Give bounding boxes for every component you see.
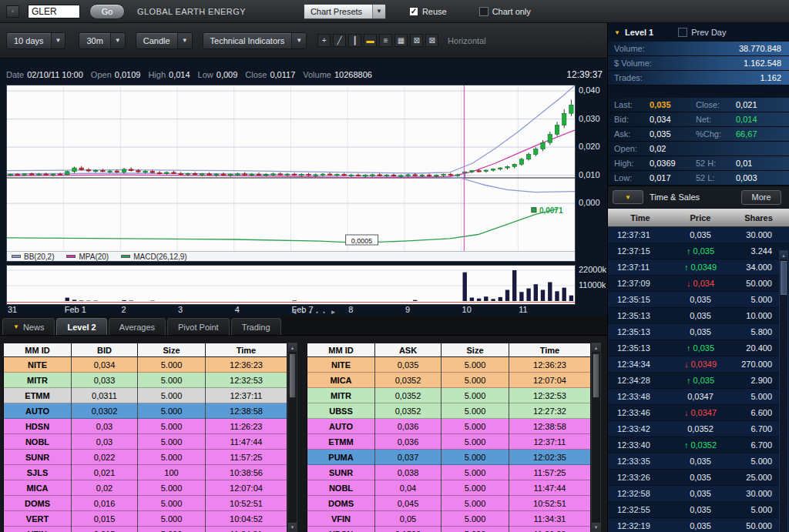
table-row[interactable]: AUTO0,0365.00012:38:58 bbox=[307, 419, 591, 434]
scroll-up-icon[interactable]: ▲ bbox=[592, 343, 600, 353]
table-row[interactable]: AUTO0,03025.00012:38:58 bbox=[4, 403, 287, 419]
table-row[interactable]: SJLS0,02110010:38:56 bbox=[4, 465, 287, 480]
table-row[interactable]: MITR0,0335.00012:32:53 bbox=[4, 373, 287, 388]
grid-tool-icon[interactable]: ▦ bbox=[394, 34, 408, 47]
time-sales-row[interactable]: 12:35:13↑ 0,03520.400 bbox=[608, 340, 789, 356]
time-sales-row[interactable]: 12:32:580,03530.000 bbox=[608, 486, 789, 502]
time-sales-row[interactable]: 12:33:260,03525.000 bbox=[608, 470, 789, 486]
bid-scrollbar[interactable]: ▲ ▼ bbox=[287, 343, 297, 532]
mm-id-cell: DOMS bbox=[307, 496, 375, 511]
price-plot[interactable]: 0,00710,0005 BB(20,2)MPA(20)MACD(26,12,9… bbox=[6, 85, 576, 262]
erase-tool-icon[interactable]: ⊠ bbox=[410, 34, 423, 47]
table-row[interactable]: NOBL0,035.00011:47:44 bbox=[4, 434, 287, 450]
ask-scrollbar[interactable]: ▲ ▼ bbox=[591, 343, 601, 532]
volume-plot[interactable] bbox=[6, 265, 576, 305]
chart-column: 10 days ▼ 30m ▼ Candle ▼ Technical Indic… bbox=[0, 23, 607, 532]
tab-news[interactable]: ▼News bbox=[2, 318, 55, 335]
price-cell: 0,04 bbox=[375, 480, 442, 496]
tab-level-2[interactable]: Level 2 bbox=[56, 318, 106, 335]
time-sales-row[interactable]: 12:37:310,03530.000 bbox=[608, 227, 789, 243]
time-axis-tick: 11 bbox=[519, 305, 527, 314]
tab-pivot-point[interactable]: Pivot Point bbox=[167, 318, 230, 335]
table-row[interactable]: VERT0,0155.00010:04:52 bbox=[4, 511, 287, 527]
time-sales-scrollbar[interactable]: ▲ bbox=[779, 250, 788, 532]
time-sales-dropdown-button[interactable]: ▼ bbox=[613, 190, 643, 204]
time-sales-row[interactable]: 12:37:15↑ 0,0353.244 bbox=[608, 243, 789, 259]
tab-averages[interactable]: Averages bbox=[109, 318, 166, 335]
column-header: BID bbox=[72, 343, 138, 357]
quote-label: Close: bbox=[696, 100, 736, 109]
scroll-down-icon[interactable]: ▼ bbox=[592, 522, 600, 531]
chevron-down-icon: ▼ bbox=[177, 33, 192, 49]
table-row[interactable]: VFIN0,055.00011:34:31 bbox=[307, 511, 591, 527]
time-sales-row[interactable]: 12:37:09↓ 0,03450.000 bbox=[608, 276, 789, 292]
horizontal-line-tool-icon[interactable]: ▬ bbox=[364, 34, 377, 47]
table-row[interactable]: NOBL0,045.00011:47:44 bbox=[307, 480, 591, 496]
time-sales-row[interactable]: 12:34:34↓ 0,0349270.000 bbox=[608, 356, 789, 373]
time-sales-row[interactable]: 12:35:130,03510.000 bbox=[608, 308, 789, 324]
table-row[interactable]: HDSN0,035.00011:26:23 bbox=[4, 419, 287, 434]
time-cell: 11:34:31 bbox=[206, 527, 287, 532]
scrollbar-thumb[interactable] bbox=[289, 353, 296, 398]
symbol-input[interactable] bbox=[28, 5, 80, 18]
window-icon[interactable]: ▫ bbox=[6, 5, 19, 18]
table-row[interactable]: DOMS0,0455.00010:52:51 bbox=[307, 496, 591, 511]
chart-presets-select[interactable]: Chart Presets ▼ bbox=[304, 4, 386, 19]
vertical-line-tool-icon[interactable]: ┃ bbox=[348, 34, 361, 47]
table-row[interactable]: VFIN0,0155.00011:34:31 bbox=[4, 527, 287, 532]
table-row[interactable]: ETMM0,03115.00012:37:11 bbox=[4, 388, 287, 403]
table-row[interactable]: HDSN0,15095.00011:26:23 bbox=[307, 527, 591, 532]
time-sales-row[interactable]: 12:32:190,03550.000 bbox=[608, 518, 789, 532]
prev-day-checkbox[interactable]: Prev Day bbox=[678, 28, 726, 37]
chart-type-select[interactable]: Candle ▼ bbox=[136, 32, 193, 49]
trend-line-tool-icon[interactable]: ╱ bbox=[333, 34, 346, 47]
price-cell: 0,03 bbox=[72, 419, 138, 434]
time-sales-row[interactable]: 12:33:40↑ 0,03526.700 bbox=[608, 437, 789, 453]
erase-all-tool-icon[interactable]: ⊠ bbox=[425, 34, 438, 47]
scrollbar-thumb[interactable] bbox=[593, 353, 599, 398]
table-row[interactable]: MITR0,03525.00012:32:53 bbox=[307, 388, 591, 403]
time-sales-row[interactable]: 12:37:11↑ 0,034934.000 bbox=[608, 259, 789, 276]
time-sales-row[interactable]: 12:35:150,0355.000 bbox=[608, 292, 789, 308]
time-sales-row[interactable]: 12:32:550,0355.000 bbox=[608, 502, 789, 518]
level1-dropdown-icon[interactable]: ▼ bbox=[614, 29, 620, 36]
interval-select[interactable]: 30m ▼ bbox=[79, 32, 125, 49]
table-row[interactable]: SUNR0,0225.00011:57:25 bbox=[4, 450, 287, 465]
table-row[interactable]: NITE0,0345.00012:36:23 bbox=[4, 357, 287, 373]
table-row[interactable]: PUMA0,0375.00012:02:35 bbox=[307, 450, 591, 465]
more-button[interactable]: More bbox=[741, 190, 781, 205]
table-row[interactable]: MICA0,025.00012:07:04 bbox=[4, 480, 287, 496]
chart-only-checkbox[interactable]: Chart only bbox=[479, 7, 531, 16]
trade-price: ↑ 0,035 bbox=[673, 246, 728, 256]
scroll-up-icon[interactable]: ▲ bbox=[780, 251, 787, 260]
time-sales-row[interactable]: 12:33:46↓ 0,03476.600 bbox=[608, 405, 789, 421]
table-row[interactable]: UBSS0,03525.00012:27:32 bbox=[307, 403, 591, 419]
go-button[interactable]: Go bbox=[89, 4, 125, 19]
table-row[interactable]: SUNR0,0385.00011:57:25 bbox=[307, 465, 591, 480]
table-row[interactable]: ETMM0,0365.00012:37:11 bbox=[307, 434, 591, 450]
time-sales-row[interactable]: 12:33:350,0355.000 bbox=[608, 453, 789, 470]
range-select[interactable]: 10 days ▼ bbox=[6, 32, 65, 49]
chart-info-value: 02/10/11 10:00 bbox=[27, 70, 83, 79]
time-sales-row[interactable]: 12:33:420,03526.700 bbox=[608, 421, 789, 437]
chart-info-value: 0,0109 bbox=[115, 70, 141, 79]
fibonacci-tool-icon[interactable]: ≡ bbox=[379, 34, 392, 47]
time-sales-row[interactable]: 12:35:130,0355.800 bbox=[608, 324, 789, 340]
table-row[interactable]: MICA0,03525.00012:07:04 bbox=[307, 373, 591, 388]
scroll-up-icon[interactable]: ▲ bbox=[288, 343, 297, 353]
add-tool-icon[interactable]: + bbox=[317, 34, 331, 47]
time-axis-tick: 3 bbox=[178, 305, 183, 314]
price-axis-tick: 0,040 bbox=[579, 85, 600, 95]
mm-id-cell: NOBL bbox=[307, 480, 375, 496]
time-sales-row[interactable]: 12:34:28↑ 0,0352.900 bbox=[608, 373, 789, 389]
table-row[interactable]: NITE0,0355.00012:36:23 bbox=[307, 357, 591, 373]
reuse-checkbox[interactable]: ✓ Reuse bbox=[409, 7, 447, 16]
level1-quote-row: High:0,036952 H:0,01 bbox=[608, 156, 789, 171]
scroll-down-icon[interactable]: ▼ bbox=[288, 522, 297, 531]
technical-indicators-select[interactable]: Technical Indicators ▼ bbox=[203, 32, 307, 49]
scrollbar-thumb[interactable] bbox=[781, 261, 787, 295]
time-sales-row[interactable]: 12:33:480,03475.000 bbox=[608, 389, 789, 405]
table-row[interactable]: DOMS0,0165.00010:52:51 bbox=[4, 496, 287, 511]
quote-value: 0,014 bbox=[736, 115, 783, 124]
tab-trading[interactable]: Trading bbox=[231, 318, 281, 335]
